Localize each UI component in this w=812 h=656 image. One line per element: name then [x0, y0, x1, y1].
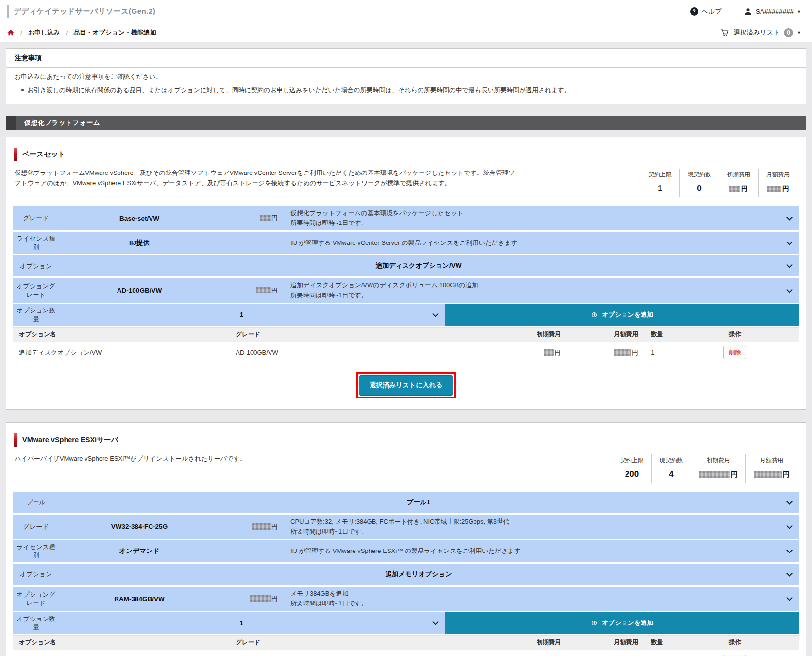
- add-to-selected-list-button[interactable]: 選択済みリストに入れる: [359, 375, 454, 396]
- chevron-down-icon: [786, 239, 793, 245]
- row-value: AD-100GB/VW: [59, 287, 220, 294]
- row-value: 追加ディスクオプション/VW: [59, 261, 778, 270]
- row-label: オプション数量: [13, 306, 59, 323]
- help-link[interactable]: ? ヘルプ: [690, 7, 722, 16]
- selected-list-count-badge: 0: [784, 28, 793, 37]
- license-select-row[interactable]: ライセンス種別 IIJ提供 IIJ が管理する VMware vCenter S…: [13, 232, 799, 254]
- title-accent-bar: [14, 148, 17, 161]
- option-initial-fee: 円: [475, 348, 560, 357]
- chevron-down-icon: [786, 523, 793, 529]
- chevron-down-icon: [786, 570, 793, 577]
- esxi-server-card: VMware vSphere ESXiサーバ ハイパーバイザVMware vSp…: [6, 422, 806, 656]
- row-label: グレード: [13, 522, 59, 531]
- option-qty-select-row[interactable]: オプション数量 1: [13, 304, 445, 326]
- row-label: ライセンス種別: [13, 543, 59, 560]
- row-value: オンデマンド: [59, 547, 220, 555]
- contract-limit-value: 200: [620, 469, 643, 479]
- breadcrumb-current-page: 品目・オプション・機能追加: [73, 28, 156, 37]
- notice-card: 注意事項 お申込みにあたっての注意事項をご確認ください。 お引き渡しの時期に依存…: [6, 48, 806, 104]
- chevron-down-icon: [786, 595, 793, 601]
- chevron-down-icon: [432, 619, 439, 625]
- breadcrumb-separator: /: [66, 29, 68, 36]
- masked-price: [754, 471, 782, 478]
- breadcrumb-bar: / お申し込み / 品目・オプション・機能追加 選択済みリスト 0 ▼: [0, 23, 812, 42]
- contract-limit-label: 契約上限: [620, 456, 643, 465]
- current-contracts-value: 4: [660, 469, 683, 479]
- title-accent-bar: [7, 5, 9, 18]
- option-select-row[interactable]: オプション 追加メモリオプション: [13, 564, 799, 585]
- row-description: メモリ384GBを追加所要時間は即時~1日です。: [278, 589, 778, 608]
- section-tab-accent: [6, 116, 16, 130]
- pool-select-row[interactable]: プール プール1: [13, 492, 799, 513]
- user-id: SA########: [756, 8, 794, 15]
- base-set-title: ベースセット: [22, 150, 66, 159]
- notice-title: 注意事項: [6, 49, 806, 68]
- initial-fee-value: 円: [699, 469, 738, 479]
- delete-button[interactable]: 削除: [723, 346, 746, 359]
- row-value: 追加メモリオプション: [59, 570, 778, 579]
- top-bar: デディケイテッドサーバリソース(Gen.2) ? ヘルプ SA######## …: [0, 0, 812, 23]
- row-description: IIJ が管理する VMware vSphere ESXi™ の製品ライセンスを…: [278, 546, 778, 556]
- initial-fee-label: 初期費用: [727, 171, 750, 179]
- contract-limit-label: 契約上限: [648, 171, 672, 179]
- table-row: 追加メモリオプション RAM-384GB/VW 円 円 1 削除: [13, 650, 799, 656]
- row-value: VW32-384-FC-25G: [59, 523, 220, 530]
- esxi-title: VMware vSphere ESXiサーバ: [22, 435, 118, 445]
- row-label: オプショングレード: [13, 590, 59, 607]
- masked-price: [614, 349, 631, 356]
- option-grade-select-row[interactable]: オプショングレード AD-100GB/VW 円 追加ディスクオプション/VWのデ…: [13, 278, 799, 302]
- row-value: プール1: [59, 498, 778, 507]
- chevron-down-icon: ▼: [797, 30, 801, 35]
- row-value: 1: [59, 311, 424, 318]
- chevron-down-icon: [786, 286, 793, 293]
- row-description: 追加ディスクオプション/VWのディスクボリューム:100GBの追加所要時間は即時…: [278, 280, 778, 300]
- help-label: ヘルプ: [702, 7, 722, 16]
- chevron-down-icon: [432, 311, 439, 317]
- masked-price: [767, 186, 781, 192]
- masked-price: [250, 595, 271, 602]
- chevron-down-icon: [786, 262, 793, 268]
- option-qty-select-row[interactable]: オプション数量 1: [13, 612, 445, 634]
- masked-price: [260, 215, 271, 221]
- masked-price: [252, 523, 271, 530]
- plus-circle-icon: ⊕: [592, 619, 598, 627]
- row-price: 円: [220, 286, 278, 295]
- row-price: 円: [220, 214, 278, 223]
- options-table-header: オプション名 グレード 初期費用 月額費用 数量 操作: [13, 327, 799, 342]
- help-icon: ?: [690, 7, 698, 16]
- row-label: ライセンス種別: [13, 234, 59, 251]
- notice-bullet: お引き渡しの時期に依存関係のある品目、またはオプションに対して、同時に契約のお申…: [21, 86, 797, 95]
- home-icon[interactable]: [7, 29, 15, 36]
- chevron-down-icon: ▼: [797, 9, 801, 14]
- option-qty: 1: [638, 349, 677, 356]
- monthly-fee-label: 月額費用: [766, 171, 790, 179]
- row-description: CPUコア数:32, メモリ:384GB, FCポート付き, NIC帯域上限:2…: [278, 517, 778, 536]
- option-grade-select-row[interactable]: オプショングレード RAM-384GB/VW 円 メモリ384GBを追加所要時間…: [13, 587, 799, 611]
- base-set-card: ベースセット 仮想化プラットフォームVMware vSphere、及びその統合管…: [6, 137, 806, 410]
- table-row: 追加ディスクオプション/VW AD-100GB/VW 円 円 1 削除: [13, 342, 799, 363]
- selected-list-menu[interactable]: 選択済みリスト 0 ▼: [720, 28, 801, 37]
- base-set-description: 仮想化プラットフォームVMware vSphere、及びその統合管理ソフトウェア…: [15, 168, 515, 189]
- plus-circle-icon: ⊕: [592, 311, 598, 319]
- breadcrumb: / お申し込み / 品目・オプション・機能追加: [7, 23, 170, 42]
- add-option-button[interactable]: ⊕ オプションを追加: [445, 612, 799, 634]
- row-value: IIJ提供: [59, 239, 220, 247]
- option-select-row[interactable]: オプション 追加ディスクオプション/VW: [13, 255, 799, 276]
- grade-select-row[interactable]: グレード VW32-384-FC-25G 円 CPUコア数:32, メモリ:38…: [13, 515, 799, 539]
- row-description: 仮想化プラットフォームの基本環境をパッケージしたセット所要時間は即時~1日です。: [278, 208, 778, 228]
- add-option-button[interactable]: ⊕ オプションを追加: [445, 304, 799, 326]
- monthly-fee-value: 円: [766, 184, 790, 193]
- breadcrumb-link-order[interactable]: お申し込み: [28, 28, 60, 37]
- breadcrumb-separator: /: [20, 29, 22, 36]
- grade-select-row[interactable]: グレード Base-set/VW 円 仮想化プラットフォームの基本環境をパッケー…: [13, 206, 799, 230]
- row-price: 円: [220, 594, 278, 603]
- license-select-row[interactable]: ライセンス種別 オンデマンド IIJ が管理する VMware vSphere …: [13, 540, 799, 562]
- row-label: グレード: [13, 214, 59, 223]
- initial-fee-label: 初期費用: [699, 456, 738, 465]
- cart-icon: [720, 28, 729, 37]
- row-value: RAM-384GB/VW: [59, 595, 220, 603]
- monthly-fee-value: 円: [754, 469, 790, 479]
- user-menu[interactable]: SA######## ▼: [744, 7, 801, 16]
- initial-fee-value: 円: [727, 184, 750, 193]
- esxi-summary: 契約上限 200 現契約数 4 初期費用 円 月額費用 円: [612, 454, 797, 483]
